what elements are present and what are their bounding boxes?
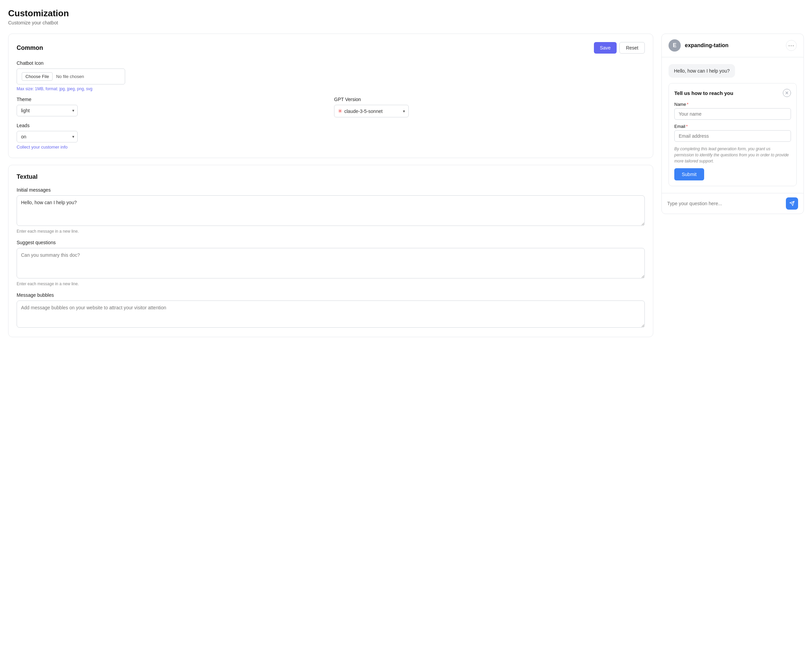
chat-greeting-bubble: Hello, how can I help you? [669, 64, 735, 78]
file-hint: Max size: 1MB, format: jpg, jpeg, png, s… [17, 87, 645, 91]
save-button[interactable]: Save [594, 42, 617, 54]
initial-messages-hint: Enter each message in a new line. [17, 229, 645, 234]
file-input-wrapper: Choose File No file chosen [17, 68, 125, 84]
gpt-select[interactable]: ✳ claude-3-5-sonnet ▾ [334, 105, 409, 117]
theme-gpt-row: Theme light dark ▾ GPT Version ✳ claude-… [17, 97, 645, 117]
leads-select[interactable]: on off [17, 131, 78, 142]
gpt-version-field: GPT Version ✳ claude-3-5-sonnet ▾ [334, 97, 645, 117]
suggest-questions-field: Suggest questions Enter each message in … [17, 240, 645, 286]
suggest-questions-textarea[interactable] [17, 248, 645, 279]
lead-disclaimer: By completing this lead generation form,… [674, 146, 791, 164]
chat-input[interactable] [667, 201, 782, 206]
textual-card-header: Textual [17, 173, 645, 180]
reset-button[interactable]: Reset [620, 42, 645, 54]
send-icon [789, 201, 795, 206]
suggest-questions-hint: Enter each message in a new line. [17, 282, 645, 286]
gpt-version-text: claude-3-5-sonnet [344, 109, 383, 114]
initial-messages-label: Initial messages [17, 187, 645, 192]
theme-field: Theme light dark ▾ [17, 97, 327, 117]
gpt-version-label: GPT Version [334, 97, 645, 102]
page-subtitle: Customize your chatbot [8, 20, 804, 25]
lead-form-header: Tell us how to reach you ✕ [674, 89, 791, 97]
lead-name-field: Name* [674, 102, 791, 120]
chat-body: Hello, how can I help you? Tell us how t… [662, 57, 804, 193]
chatbot-icon-label: Chatbot Icon [17, 60, 645, 66]
chat-more-button[interactable]: ··· [786, 40, 797, 51]
chat-header: E expanding-tation ··· [662, 34, 804, 57]
gpt-icon: ✳ [338, 108, 342, 114]
theme-select-wrapper: light dark ▾ [17, 105, 78, 116]
textual-card: Textual Initial messages Hello, how can … [8, 165, 653, 337]
gpt-select-arrow: ▾ [403, 109, 405, 114]
leads-hint: Collect your customer info [17, 145, 645, 150]
textual-card-title: Textual [17, 173, 38, 180]
lead-email-label: Email* [674, 124, 791, 129]
lead-form-title: Tell us how to reach you [674, 90, 733, 96]
message-bubbles-textarea[interactable] [17, 301, 645, 328]
initial-messages-textarea[interactable]: Hello, how can I help you? [17, 195, 645, 226]
lead-name-label: Name* [674, 102, 791, 107]
common-card: Common Save Reset Chatbot Icon Choose Fi… [8, 33, 653, 158]
theme-label: Theme [17, 97, 327, 102]
message-bubbles-field: Message bubbles [17, 292, 645, 329]
chatbot-icon-field: Chatbot Icon Choose File No file chosen … [17, 60, 645, 91]
page-title: Customization [8, 8, 804, 19]
leads-select-wrapper: on off ▾ [17, 131, 78, 142]
initial-messages-field: Initial messages Hello, how can I help y… [17, 187, 645, 234]
lead-submit-button[interactable]: Submit [674, 168, 704, 180]
lead-email-field: Email* [674, 124, 791, 142]
lead-email-input[interactable] [674, 130, 791, 142]
chat-footer [662, 193, 804, 214]
left-column: Common Save Reset Chatbot Icon Choose Fi… [8, 33, 653, 337]
lead-form-close-button[interactable]: ✕ [783, 89, 791, 97]
lead-form-card: Tell us how to reach you ✕ Name* Email* … [669, 83, 797, 186]
common-card-actions: Save Reset [594, 42, 645, 54]
chat-bot-name: expanding-tation [685, 43, 786, 49]
common-card-title: Common [17, 44, 43, 52]
no-file-text: No file chosen [56, 74, 84, 79]
send-button[interactable] [786, 197, 798, 210]
choose-file-button[interactable]: Choose File [22, 72, 52, 81]
theme-select[interactable]: light dark [17, 105, 78, 116]
chat-preview: E expanding-tation ··· Hello, how can I … [661, 33, 804, 214]
leads-label: Leads [17, 123, 645, 128]
common-card-header: Common Save Reset [17, 42, 645, 54]
name-required-star: * [687, 102, 689, 107]
leads-field: Leads on off ▾ Collect your customer inf… [17, 123, 645, 150]
suggest-questions-label: Suggest questions [17, 240, 645, 245]
chat-avatar: E [669, 39, 681, 52]
email-required-star: * [686, 124, 688, 129]
lead-name-input[interactable] [674, 108, 791, 120]
message-bubbles-label: Message bubbles [17, 292, 645, 298]
main-layout: Common Save Reset Chatbot Icon Choose Fi… [8, 33, 804, 337]
